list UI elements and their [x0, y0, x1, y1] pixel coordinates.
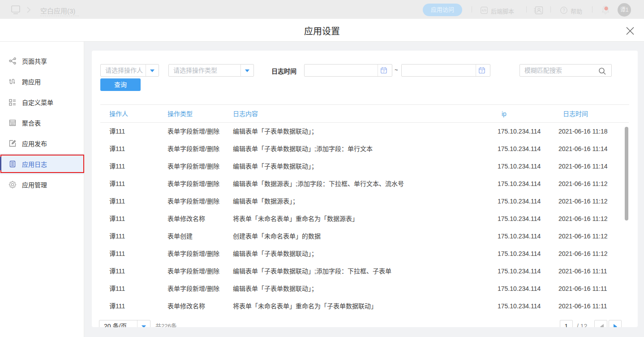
svg-text:7: 7: [383, 69, 385, 73]
svg-text:?: ?: [562, 8, 565, 13]
svg-text:7: 7: [481, 69, 483, 73]
